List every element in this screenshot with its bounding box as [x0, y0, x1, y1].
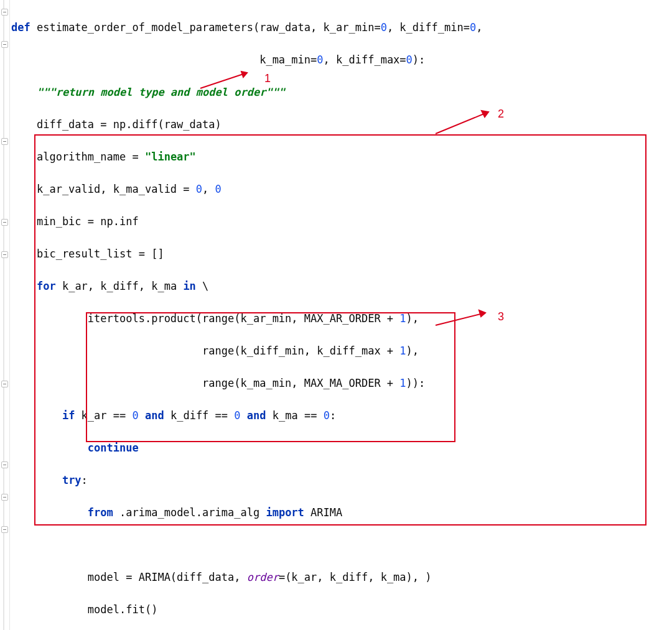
code-text: k_ar, k_diff, k_ma — [62, 280, 183, 292]
num: 0 — [215, 183, 222, 195]
code-text: \ — [202, 280, 208, 292]
num: 0 — [470, 21, 476, 34]
code-text: =(k_ar, k_diff, k_ma), ) — [279, 571, 432, 583]
indent — [11, 506, 88, 519]
code-text: .arima_model.arima_alg — [119, 506, 266, 519]
num: 1 — [399, 377, 406, 389]
fold-minus-icon[interactable] — [1, 381, 8, 387]
fold-minus-icon[interactable] — [1, 494, 8, 501]
code-text: k_ma == — [273, 409, 324, 422]
num: 0 — [234, 409, 246, 422]
code-text: , — [202, 183, 215, 195]
fold-minus-icon[interactable] — [1, 461, 8, 468]
code-text: : — [330, 409, 336, 422]
docstring: """return model type and model order""" — [11, 86, 285, 98]
code-text: diff_data = np.diff(raw_data) — [11, 118, 222, 131]
kw-continue: continue — [88, 442, 139, 454]
code-editor[interactable]: def estimate_order_of_model_parameters(r… — [11, 3, 665, 630]
code-text: model.fit() — [11, 603, 157, 616]
kwarg: order — [247, 571, 279, 583]
code-text: , — [476, 21, 482, 34]
kw-try: try — [62, 474, 82, 486]
fold-minus-icon[interactable] — [1, 138, 8, 145]
num: 0 — [406, 53, 413, 66]
kw-and: and — [247, 409, 273, 422]
code-text: ), — [406, 312, 419, 325]
code-text: )): — [406, 377, 426, 389]
indent — [11, 409, 62, 422]
num: 1 — [399, 312, 406, 325]
code-text: ): — [413, 53, 425, 66]
annotation-1: 1 — [264, 70, 271, 86]
annotation-3: 3 — [498, 308, 504, 325]
num: 0 — [196, 183, 202, 195]
code-text: model = ARIMA(diff_data, — [11, 571, 247, 583]
indent — [11, 442, 88, 454]
annotation-2: 2 — [498, 106, 504, 122]
string: "linear" — [145, 151, 196, 163]
code-text: , k_diff_max= — [324, 53, 406, 66]
fold-minus-icon[interactable] — [1, 41, 8, 48]
fold-minus-icon[interactable] — [1, 526, 8, 533]
kw-def: def — [11, 21, 37, 34]
kw-and: and — [145, 409, 170, 422]
code-text: : — [82, 474, 88, 486]
indent — [11, 280, 37, 292]
code-text: k_ma_min= — [11, 53, 317, 66]
code-text: k_ar_valid, k_ma_valid = — [11, 183, 196, 195]
num: 0 — [133, 409, 145, 422]
fold-minus-icon[interactable] — [1, 9, 8, 16]
kw-import: import — [266, 506, 310, 519]
kw-for: for — [37, 280, 62, 292]
code-text: , k_diff_min= — [387, 21, 470, 34]
num: 1 — [399, 345, 406, 357]
code-text: algorithm_name = — [11, 151, 145, 163]
code-text: bic_result_list = [] — [11, 248, 164, 260]
num: 0 — [381, 21, 387, 34]
editor-gutter — [0, 0, 10, 630]
indent — [11, 474, 62, 486]
code-text: itertools.product(range(k_ar_min, MAX_AR… — [11, 312, 399, 325]
code-text: k_diff == — [170, 409, 234, 422]
fold-minus-icon[interactable] — [1, 219, 8, 226]
kw-in: in — [183, 280, 202, 292]
kw-from: from — [88, 506, 119, 519]
kw-if: if — [62, 409, 82, 422]
num: 0 — [317, 53, 323, 66]
code-text: k_ar == — [82, 409, 133, 422]
code-text: range(k_diff_min, k_diff_max + — [11, 345, 399, 357]
code-text: ), — [406, 345, 419, 357]
num: 0 — [324, 409, 330, 422]
code-text: estimate_order_of_model_parameters(raw_d… — [37, 21, 381, 34]
code-text: ARIMA — [310, 506, 342, 519]
fold-minus-icon[interactable] — [1, 251, 8, 258]
code-text: range(k_ma_min, MAX_MA_ORDER + — [11, 377, 399, 389]
code-text: min_bic = np.inf — [11, 215, 139, 228]
